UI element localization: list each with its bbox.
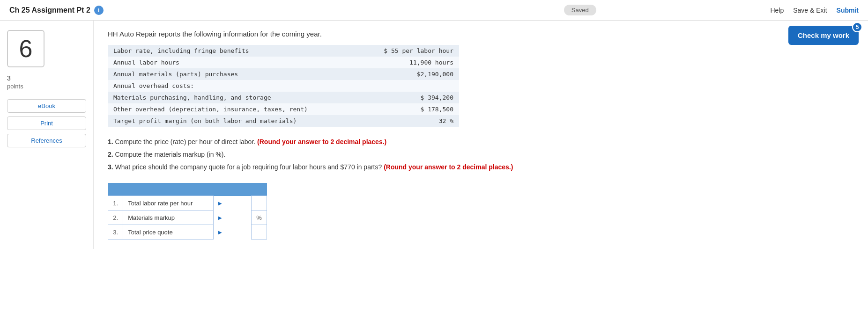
answer-row-label-1: Total labor rate per hour [123,196,214,211]
data-table-value: $ 178,500 [360,103,459,115]
answer-input-1[interactable] [223,199,246,208]
question-intro: HH Auto Repair reports the following inf… [108,30,854,38]
answer-row-input-cell-2: ▶ [213,211,251,225]
check-work-container: Check my work 5 [788,26,859,45]
answer-row-unit-2: % [251,211,267,225]
info-icon[interactable]: i [94,6,104,15]
answer-row-label-2: Materials markup [123,211,214,225]
check-work-button[interactable]: Check my work 5 [788,26,859,45]
instruction-item-1: 1. Compute the price (rate) per hour of … [108,136,854,148]
data-table-value: 32 % [360,115,459,127]
ebook-button[interactable]: eBook [7,99,86,113]
data-table-label: Annual materials (parts) purchases [108,68,360,80]
answer-table: 1.Total labor rate per hour▶2.Materials … [108,183,267,240]
data-table-value: $ 394,200 [360,92,459,103]
data-table-label: Other overhead (depreciation, insurance,… [108,103,360,115]
check-work-badge: 5 [852,22,862,32]
instruction-item-2: 2. Compute the materials markup (in %). [108,149,854,160]
top-nav: Ch 25 Assignment Pt 2 i Saved Help Save … [0,0,868,21]
answer-input-2[interactable] [223,213,246,222]
instructions: 1. Compute the price (rate) per hour of … [108,136,854,174]
page-title: Ch 25 Assignment Pt 2 i [9,6,390,15]
submit-link[interactable]: Submit [837,7,859,14]
instruction-num-1: 1. [108,138,115,145]
data-table-label: Target profit margin (on both labor and … [108,115,360,127]
answer-row-num-2: 2. [108,211,123,225]
input-arrow-icon-2: ▶ [218,215,222,220]
help-link[interactable]: Help [770,7,784,14]
answer-row-input-cell-3: ▶ [213,225,251,240]
answer-row-input-cell-1: ▶ [213,196,251,211]
title-text: Ch 25 Assignment Pt 2 [9,6,90,15]
instruction-text-2: Compute the materials markup (in %). [115,151,226,158]
input-arrow-icon-3: ▶ [218,230,222,235]
instruction-num-3: 3. [108,163,115,171]
answer-input-3[interactable] [223,228,246,237]
content-area: HH Auto Repair reports the following inf… [94,21,868,249]
sidebar: 6 3 points eBook Print References [0,21,94,249]
instruction-bold-3: (Round your answer to 2 decimal places.) [384,163,513,171]
points-label: points [7,83,86,90]
data-table-value: $2,190,000 [360,68,459,80]
answer-row-label-3: Total price quote [123,225,214,240]
check-work-label: Check my work [798,31,849,39]
data-table: Labor rate, including fringe benefits$ 5… [108,45,459,127]
question-number: 6 [19,35,33,63]
input-arrow-icon-1: ▶ [218,201,222,206]
instruction-text-1: Compute the price (rate) per hour of dir… [115,138,257,145]
data-table-value [360,80,459,92]
data-table-label: Labor rate, including fringe benefits [108,45,360,57]
data-table-value: $ 55 per labor hour [360,45,459,57]
nav-center: Saved [390,5,770,15]
answer-row-unit-empty-1 [251,196,267,211]
answer-row-num-3: 3. [108,225,123,240]
main-layout: 6 3 points eBook Print References HH Aut… [0,21,868,249]
instruction-bold-1: (Round your answer to 2 decimal places.) [257,138,386,145]
answer-row-unit-empty-3 [251,225,267,240]
data-table-label: Materials purchasing, handling, and stor… [108,92,360,103]
instruction-text-3: What price should the company quote for … [115,163,384,171]
data-table-label: Annual overhead costs: [108,80,360,92]
question-number-box: 6 [7,30,45,67]
instruction-num-2: 2. [108,151,115,158]
points-value: 3 [7,74,86,82]
nav-right: Help Save & Exit Submit [770,7,859,14]
answer-row-num-1: 1. [108,196,123,211]
save-exit-link[interactable]: Save & Exit [793,7,827,14]
references-button[interactable]: References [7,134,86,147]
print-button[interactable]: Print [7,116,86,130]
saved-badge: Saved [564,5,596,15]
answer-table-header [108,183,267,196]
data-table-label: Annual labor hours [108,57,360,68]
instruction-item-3: 3. What price should the company quote f… [108,161,854,173]
data-table-value: 11,900 hours [360,57,459,68]
